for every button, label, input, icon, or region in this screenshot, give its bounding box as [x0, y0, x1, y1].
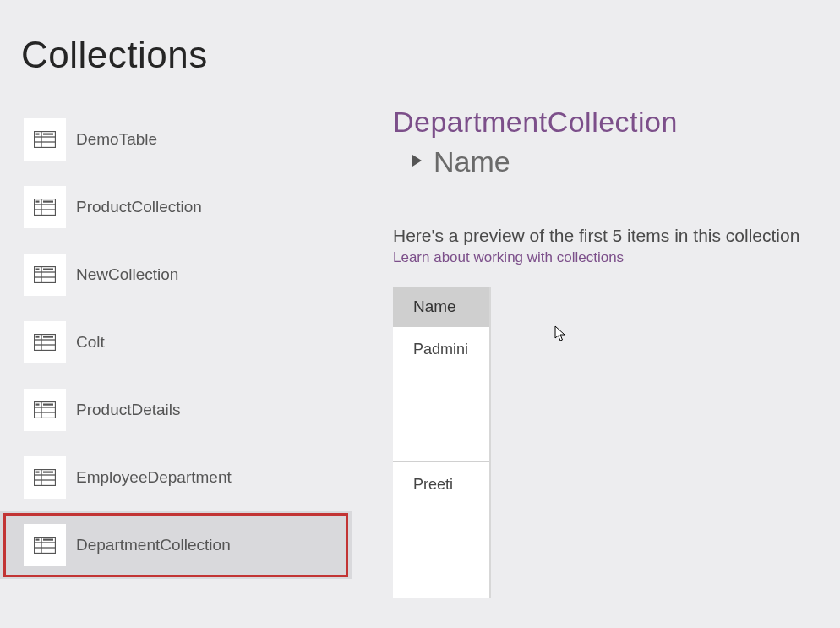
- svg-rect-35: [43, 472, 53, 473]
- table-icon: [24, 254, 66, 296]
- collection-item-label: DemoTable: [76, 130, 157, 149]
- svg-marker-42: [412, 155, 422, 167]
- table-icon: [24, 524, 66, 566]
- svg-rect-11: [43, 201, 53, 203]
- collection-item-label: NewCollection: [76, 265, 178, 284]
- svg-rect-16: [36, 269, 40, 270]
- table-icon: [24, 186, 66, 228]
- collection-item-label: Colt: [76, 333, 105, 352]
- svg-rect-22: [36, 336, 40, 338]
- collection-item-department-collection[interactable]: DepartmentCollection: [0, 511, 352, 579]
- svg-rect-5: [43, 134, 53, 135]
- svg-rect-29: [43, 404, 53, 406]
- collection-item-label: ProductDetails: [76, 401, 181, 419]
- collection-item-product-collection[interactable]: ProductCollection: [0, 173, 352, 241]
- detail-title: DepartmentCollection: [393, 106, 840, 139]
- column-heading-label: Name: [434, 145, 510, 178]
- collection-detail-panel: DepartmentCollection Name Here's a previ…: [352, 106, 840, 628]
- column-heading[interactable]: Name: [412, 145, 840, 178]
- collection-item-colt[interactable]: Colt: [0, 309, 352, 376]
- collection-item-label: ProductCollection: [76, 198, 202, 216]
- table-icon: [24, 456, 66, 499]
- svg-rect-40: [36, 539, 40, 541]
- svg-rect-23: [43, 336, 53, 338]
- learn-about-collections-link[interactable]: Learn about working with collections: [393, 249, 840, 266]
- preview-note: Here's a preview of the first 5 items in…: [393, 226, 840, 246]
- svg-rect-17: [43, 269, 53, 270]
- collection-item-label: EmployeeDepartment: [76, 468, 232, 487]
- svg-rect-10: [36, 201, 40, 203]
- svg-rect-41: [43, 539, 53, 541]
- table-icon: [24, 389, 66, 431]
- collection-item-label: DepartmentCollection: [76, 536, 231, 554]
- collection-item-new-collection[interactable]: NewCollection: [0, 241, 352, 309]
- collections-sidebar: DemoTable ProductCollection NewCollectio…: [0, 106, 352, 628]
- table-icon: [24, 321, 66, 363]
- preview-table: Name Padmini Preeti: [393, 287, 491, 598]
- collection-item-employee-department[interactable]: EmployeeDepartment: [0, 444, 352, 511]
- table-row[interactable]: Preeti: [393, 462, 489, 598]
- triangle-right-icon: [412, 154, 423, 171]
- collection-item-demo-table[interactable]: DemoTable: [0, 106, 352, 173]
- table-icon: [24, 118, 66, 161]
- collection-item-product-details[interactable]: ProductDetails: [0, 376, 352, 444]
- page-title: Collections: [0, 0, 840, 76]
- svg-rect-34: [36, 472, 40, 473]
- content-area: DemoTable ProductCollection NewCollectio…: [0, 106, 840, 628]
- table-row[interactable]: Padmini: [393, 327, 489, 462]
- svg-rect-28: [36, 404, 40, 406]
- preview-table-header[interactable]: Name: [393, 287, 489, 327]
- svg-rect-4: [36, 134, 40, 135]
